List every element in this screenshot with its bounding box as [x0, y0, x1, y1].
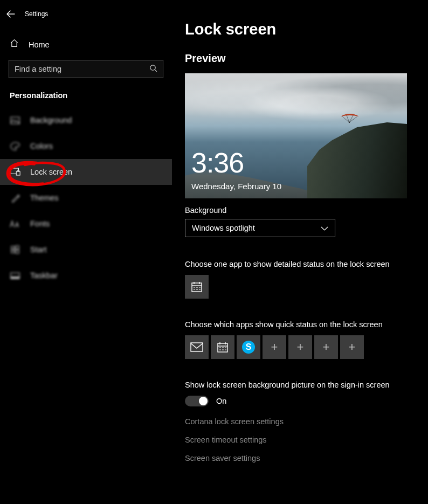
titlebar: Settings	[0, 5, 172, 23]
chevron-down-icon	[321, 224, 328, 232]
page-title: Lock screen	[185, 20, 428, 38]
fonts-icon	[10, 220, 20, 228]
search-box[interactable]	[9, 60, 163, 78]
nav-list: Background Colors Lock s	[0, 107, 172, 288]
background-label: Background	[185, 206, 428, 215]
quick-status-add-slot[interactable]: +	[340, 335, 364, 359]
nav-item-background[interactable]: Background	[0, 107, 172, 133]
plus-icon: +	[271, 341, 278, 353]
home-button[interactable]: Home	[0, 33, 172, 56]
quick-status-text: Choose which apps show quick status on t…	[185, 320, 428, 329]
preview-cliff	[307, 118, 407, 198]
quick-status-app-skype[interactable]: S	[237, 335, 260, 359]
nav-label: Fonts	[30, 219, 50, 228]
nav-label: Lock screen	[30, 168, 72, 176]
skype-icon: S	[242, 341, 255, 354]
category-header: Personalization	[0, 86, 172, 107]
nav-label: Themes	[30, 194, 58, 202]
home-icon	[10, 39, 19, 50]
nav-label: Background	[30, 116, 72, 125]
home-label: Home	[29, 40, 50, 49]
svg-rect-7	[16, 250, 19, 253]
plus-icon: +	[323, 341, 330, 353]
preview-date: Wednesday, February 10	[191, 182, 281, 191]
preview-time: 3:36	[191, 147, 244, 179]
signin-toggle[interactable]	[185, 396, 209, 406]
search-input[interactable]	[15, 65, 133, 73]
background-value: Windows spotlight	[192, 224, 255, 232]
quick-status-add-slot[interactable]: +	[314, 335, 338, 359]
main-content: Lock screen Preview 3:36 Wednesday, Febr…	[172, 0, 428, 504]
picture-icon	[10, 116, 20, 125]
lock-screen-icon	[10, 168, 20, 176]
svg-rect-6	[11, 250, 15, 253]
nav-item-start[interactable]: Start	[0, 237, 172, 263]
nav-label: Start	[30, 245, 47, 254]
toggle-knob	[199, 397, 208, 405]
detailed-status-text: Choose one app to show detailed status o…	[185, 260, 428, 268]
search-icon	[149, 64, 157, 74]
nav-label: Colors	[30, 142, 53, 150]
calendar-icon	[217, 341, 229, 353]
svg-rect-3	[16, 171, 20, 175]
paraglider-icon	[340, 113, 360, 121]
nav-item-themes[interactable]: Themes	[0, 185, 172, 211]
signin-toggle-row: On	[185, 396, 428, 406]
start-icon	[10, 245, 20, 254]
svg-rect-4	[11, 246, 15, 249]
link-screen-timeout[interactable]: Screen timeout settings	[185, 436, 428, 444]
quick-status-row: S + + + +	[185, 335, 428, 359]
settings-sidebar: Settings Home Personalization	[0, 0, 172, 504]
calendar-icon	[191, 281, 203, 293]
taskbar-icon	[10, 272, 20, 279]
quick-status-add-slot[interactable]: +	[263, 335, 286, 359]
preview-header: Preview	[185, 52, 428, 65]
plus-icon: +	[297, 341, 304, 353]
nav-label: Taskbar	[30, 271, 58, 280]
detailed-status-row	[185, 275, 428, 299]
nav-item-colors[interactable]: Colors	[0, 133, 172, 159]
palette-icon	[10, 142, 20, 151]
svg-rect-1	[11, 117, 19, 124]
plus-icon: +	[349, 341, 356, 353]
svg-rect-5	[16, 246, 19, 249]
svg-point-0	[150, 65, 155, 70]
themes-icon	[10, 194, 20, 203]
svg-rect-9	[11, 277, 19, 279]
nav-item-fonts[interactable]: Fonts	[0, 211, 172, 237]
quick-status-app-calendar[interactable]	[211, 335, 234, 359]
detailed-status-app-calendar[interactable]	[185, 275, 209, 299]
lock-screen-preview[interactable]: 3:36 Wednesday, February 10	[185, 73, 407, 198]
background-select[interactable]: Windows spotlight	[185, 219, 335, 237]
preview-sky	[185, 73, 407, 125]
mail-icon	[190, 342, 203, 352]
svg-rect-12	[191, 343, 203, 351]
link-screen-saver[interactable]: Screen saver settings	[185, 454, 428, 462]
link-cortana-settings[interactable]: Cortana lock screen settings	[185, 417, 428, 426]
window-title: Settings	[25, 10, 48, 18]
nav-item-lock-screen[interactable]: Lock screen	[0, 159, 172, 185]
toggle-state-label: On	[216, 397, 226, 405]
quick-status-app-mail[interactable]	[185, 335, 209, 359]
back-arrow-icon[interactable]	[6, 10, 15, 18]
quick-status-add-slot[interactable]: +	[288, 335, 312, 359]
nav-item-taskbar[interactable]: Taskbar	[0, 263, 172, 288]
signin-picture-text: Show lock screen background picture on t…	[185, 381, 428, 389]
